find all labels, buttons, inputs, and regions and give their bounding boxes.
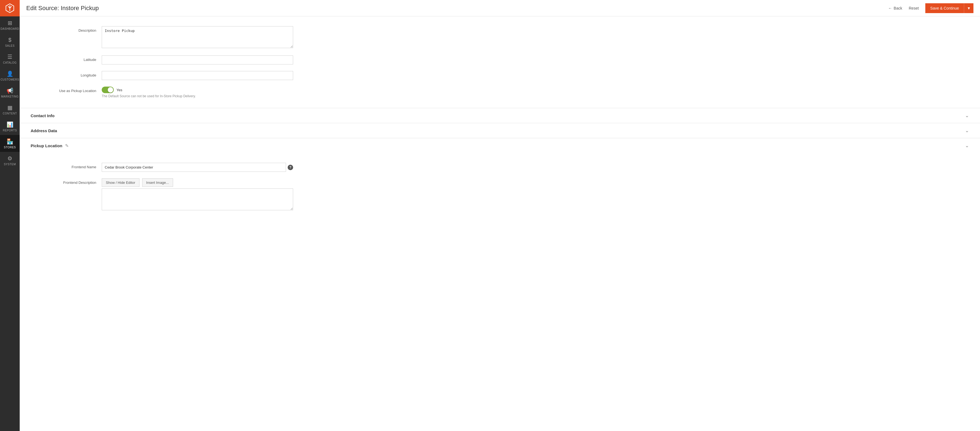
address-data-title: Address Data xyxy=(30,128,57,133)
sidebar: ⊞ DASHBOARD $ SALES ☰ CATALOG 👤 CUSTOMER… xyxy=(0,0,20,431)
sidebar-item-system[interactable]: ⚙ SYSTEM xyxy=(0,152,20,169)
marketing-icon: 📢 xyxy=(6,88,13,93)
dashboard-icon: ⊞ xyxy=(8,20,12,26)
frontend-desc-field: Show / Hide Editor Insert Image... xyxy=(102,178,293,211)
show-hide-editor-button[interactable]: Show / Hide Editor xyxy=(102,178,140,187)
pickup-field: Yes The Default Source can not be used f… xyxy=(102,87,293,98)
customers-icon: 👤 xyxy=(6,71,13,76)
save-dropdown-button[interactable]: ▼ xyxy=(964,3,974,13)
back-arrow-icon: ← xyxy=(888,6,892,10)
latitude-row: Latitude xyxy=(20,52,402,68)
insert-image-label: Insert Image... xyxy=(146,181,169,185)
page-content-area: Description Latitude Longitude Use as Pi… xyxy=(20,16,980,431)
toggle-knob xyxy=(108,87,113,93)
longitude-input[interactable] xyxy=(102,71,293,80)
contact-info-title: Contact Info xyxy=(30,113,55,118)
frontend-desc-row: Frontend Description Show / Hide Editor … xyxy=(20,175,402,214)
sidebar-item-catalog[interactable]: ☰ CATALOG xyxy=(0,50,20,67)
main-content: Edit Source: Instore Pickup ← Back Reset… xyxy=(20,0,980,431)
longitude-row: Longitude xyxy=(20,68,402,83)
frontend-name-help-icon[interactable]: ? xyxy=(288,165,293,170)
sidebar-item-sales[interactable]: $ SALES xyxy=(0,33,20,50)
sidebar-item-dashboard[interactable]: ⊞ DASHBOARD xyxy=(0,16,20,33)
sidebar-item-label: MARKETING xyxy=(1,95,19,98)
sidebar-item-label: CATALOG xyxy=(3,61,17,65)
sidebar-item-content[interactable]: ▦ CONTENT xyxy=(0,101,20,118)
save-continue-button[interactable]: Save & Continue xyxy=(925,3,964,13)
pickup-toggle-row: Use as Pickup Location Yes The Default S… xyxy=(20,83,402,101)
sales-icon: $ xyxy=(8,37,11,43)
back-label: Back xyxy=(894,6,902,10)
pickup-location-section-header[interactable]: Pickup Location ✎ ⌄ xyxy=(20,138,980,153)
contact-info-toggle-icon: ⌄ xyxy=(965,113,969,119)
back-button[interactable]: ← Back xyxy=(888,6,902,10)
sidebar-item-label: DASHBOARD xyxy=(0,27,19,30)
page-title: Edit Source: Instore Pickup xyxy=(26,5,99,12)
reset-label: Reset xyxy=(908,6,919,10)
toggle-group: Yes xyxy=(102,87,293,93)
pickup-location-toggle-icon: ⌄ xyxy=(965,143,969,149)
sidebar-item-stores[interactable]: 🏪 STORES xyxy=(0,135,20,152)
sidebar-item-label: CUSTOMERS xyxy=(0,78,19,81)
contact-info-section-header[interactable]: Contact Info ⌄ xyxy=(20,108,980,123)
sidebar-item-customers[interactable]: 👤 CUSTOMERS xyxy=(0,67,20,84)
save-continue-label: Save & Continue xyxy=(930,6,959,10)
pickup-location-title-row: Pickup Location ✎ xyxy=(30,143,68,148)
pickup-location-title: Pickup Location xyxy=(30,143,62,148)
pickup-hint: The Default Source can not be used for I… xyxy=(102,94,293,98)
frontend-desc-label: Frontend Description xyxy=(30,178,102,185)
dropdown-arrow-icon: ▼ xyxy=(967,6,971,10)
reset-button[interactable]: Reset xyxy=(905,4,922,13)
pickup-location-form: Frontend Name ? Frontend Description Sho… xyxy=(20,153,980,221)
reports-icon: 📊 xyxy=(6,122,13,127)
show-hide-editor-label: Show / Hide Editor xyxy=(106,181,135,185)
frontend-name-label: Frontend Name xyxy=(30,163,102,169)
sidebar-item-label: CONTENT xyxy=(3,112,17,115)
sidebar-item-label: STORES xyxy=(4,146,16,149)
system-icon: ⚙ xyxy=(7,156,12,161)
description-input[interactable] xyxy=(102,26,293,48)
catalog-icon: ☰ xyxy=(7,54,12,60)
frontend-desc-input[interactable] xyxy=(102,189,293,210)
stores-icon: 🏪 xyxy=(6,139,13,144)
latitude-input[interactable] xyxy=(102,55,293,65)
address-data-section-header[interactable]: Address Data ⌄ xyxy=(20,123,980,138)
description-row: Description xyxy=(20,23,402,52)
description-field xyxy=(102,26,293,49)
sidebar-logo xyxy=(0,0,20,16)
sidebar-item-label: REPORTS xyxy=(3,129,17,132)
magento-logo-icon xyxy=(5,3,15,13)
sidebar-item-label: SYSTEM xyxy=(4,163,16,166)
toggle-value-label: Yes xyxy=(116,88,122,92)
content-icon: ▦ xyxy=(7,105,13,110)
frontend-name-row: Frontend Name ? xyxy=(20,160,402,175)
insert-image-button[interactable]: Insert Image... xyxy=(142,178,173,187)
frontend-name-input[interactable] xyxy=(102,163,286,172)
pickup-toggle[interactable] xyxy=(102,87,114,93)
latitude-label: Latitude xyxy=(30,55,102,62)
header-actions: ← Back Reset Save & Continue ▼ xyxy=(888,3,974,13)
pickup-location-edit-icon[interactable]: ✎ xyxy=(65,143,68,148)
address-data-toggle-icon: ⌄ xyxy=(965,128,969,133)
sidebar-item-marketing[interactable]: 📢 MARKETING xyxy=(0,84,20,101)
sidebar-item-label: SALES xyxy=(5,44,15,48)
description-label: Description xyxy=(30,26,102,33)
longitude-field xyxy=(102,71,293,80)
save-continue-group: Save & Continue ▼ xyxy=(925,3,974,13)
pickup-label: Use as Pickup Location xyxy=(30,87,102,93)
latitude-field xyxy=(102,55,293,65)
general-form-section: Description Latitude Longitude Use as Pi… xyxy=(20,16,980,108)
editor-buttons: Show / Hide Editor Insert Image... xyxy=(102,178,293,187)
longitude-label: Longitude xyxy=(30,71,102,77)
sidebar-item-reports[interactable]: 📊 REPORTS xyxy=(0,118,20,135)
page-header: Edit Source: Instore Pickup ← Back Reset… xyxy=(20,0,980,16)
frontend-name-field: ? xyxy=(102,163,293,172)
frontend-name-input-row: ? xyxy=(102,163,293,172)
